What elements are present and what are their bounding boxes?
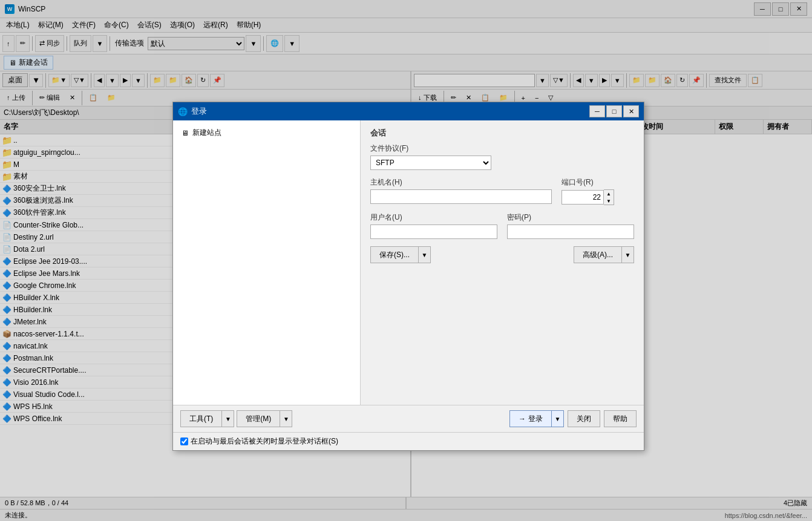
save-btn-group: 保存(S)... ▼ bbox=[370, 246, 431, 263]
dialog-icon: 🌐 bbox=[178, 107, 188, 116]
pass-col: 密码(P) bbox=[507, 212, 634, 239]
help-button[interactable]: 帮助 bbox=[604, 410, 637, 427]
save-arrow-btn[interactable]: ▼ bbox=[419, 246, 431, 263]
login-arrow-btn[interactable]: ▼ bbox=[552, 410, 564, 427]
login-btn-group: → 登录 ▼ bbox=[509, 410, 564, 427]
save-button[interactable]: 保存(S)... bbox=[370, 246, 419, 263]
host-col: 主机名(H) bbox=[370, 177, 552, 205]
port-col: 端口号(R) ▲ ▼ bbox=[562, 177, 634, 205]
show-dialog-checkbox[interactable] bbox=[180, 437, 188, 445]
dialog-session-panel: 会话 文件协议(F) SFTP FTP SCP WebDAV S3 bbox=[361, 120, 644, 405]
host-label: 主机名(H) bbox=[370, 177, 552, 188]
dialog-footer: 工具(T) ▼ 管理(M) ▼ → 登录 ▼ 关闭 帮助 bbox=[173, 405, 644, 432]
advanced-btn-group: 高级(A)... ▼ bbox=[574, 246, 634, 263]
dialog-titlebar: 🌐 登录 ─ □ ✕ bbox=[173, 102, 644, 120]
main-window: W WinSCP ─ □ ✕ 本地(L) 标记(M) 文件(F) 命令(C) 会… bbox=[0, 0, 812, 521]
host-port-row: 主机名(H) 端口号(R) ▲ ▼ bbox=[370, 177, 634, 205]
login-button[interactable]: → 登录 bbox=[509, 410, 552, 427]
tools-button[interactable]: 工具(T) bbox=[180, 410, 222, 427]
port-spinbox: ▲ ▼ bbox=[562, 189, 634, 205]
manage-button[interactable]: 管理(M) bbox=[237, 410, 280, 427]
site-icon: 🖥 bbox=[182, 129, 189, 137]
close-dialog-button[interactable]: 关闭 bbox=[568, 410, 600, 427]
username-input[interactable] bbox=[370, 224, 497, 239]
user-col: 用户名(U) bbox=[370, 212, 497, 239]
dialog-site-panel: 🖥 新建站点 bbox=[173, 120, 361, 405]
dialog-body: 🖥 新建站点 会话 文件协议(F) SFTP FTP SCP WebDAV bbox=[173, 120, 644, 405]
manage-btn-group: 管理(M) ▼ bbox=[237, 410, 292, 427]
dialog-close-btn[interactable]: ✕ bbox=[623, 105, 639, 117]
login-icon: → bbox=[519, 415, 526, 423]
dialog-maximize-btn[interactable]: □ bbox=[606, 105, 622, 117]
manage-arrow-btn[interactable]: ▼ bbox=[280, 410, 292, 427]
port-down-btn[interactable]: ▼ bbox=[604, 197, 614, 205]
dialog-minimize-btn[interactable]: ─ bbox=[589, 105, 605, 117]
advanced-button[interactable]: 高级(A)... bbox=[574, 246, 622, 263]
new-site-item[interactable]: 🖥 新建站点 bbox=[178, 125, 355, 140]
port-up-btn[interactable]: ▲ bbox=[604, 190, 614, 197]
user-label: 用户名(U) bbox=[370, 212, 497, 223]
checkbox-bar: 在启动与最后会话被关闭时显示登录对话框(S) bbox=[173, 432, 644, 450]
login-dialog: 🌐 登录 ─ □ ✕ 🖥 新建站点 会话 bbox=[172, 102, 644, 451]
advanced-arrow-btn[interactable]: ▼ bbox=[622, 246, 634, 263]
user-pass-row: 用户名(U) 密码(P) bbox=[370, 212, 634, 239]
show-dialog-checkbox-label[interactable]: 在启动与最后会话被关闭时显示登录对话框(S) bbox=[180, 436, 338, 447]
dialog-title: 登录 bbox=[191, 106, 207, 117]
password-input[interactable] bbox=[507, 224, 634, 239]
password-label: 密码(P) bbox=[507, 212, 634, 223]
protocol-select[interactable]: SFTP FTP SCP WebDAV S3 bbox=[370, 156, 491, 170]
session-label: 会话 bbox=[370, 128, 634, 139]
port-label: 端口号(R) bbox=[562, 177, 634, 188]
tools-arrow-btn[interactable]: ▼ bbox=[222, 410, 234, 427]
checkbox-text: 在启动与最后会话被关闭时显示登录对话框(S) bbox=[191, 436, 338, 447]
host-input[interactable] bbox=[370, 189, 552, 204]
protocol-label: 文件协议(F) bbox=[370, 143, 634, 154]
new-site-label: 新建站点 bbox=[192, 128, 221, 138]
tools-btn-group: 工具(T) ▼ bbox=[180, 410, 234, 427]
login-label: 登录 bbox=[528, 414, 543, 424]
port-input[interactable] bbox=[562, 190, 604, 205]
